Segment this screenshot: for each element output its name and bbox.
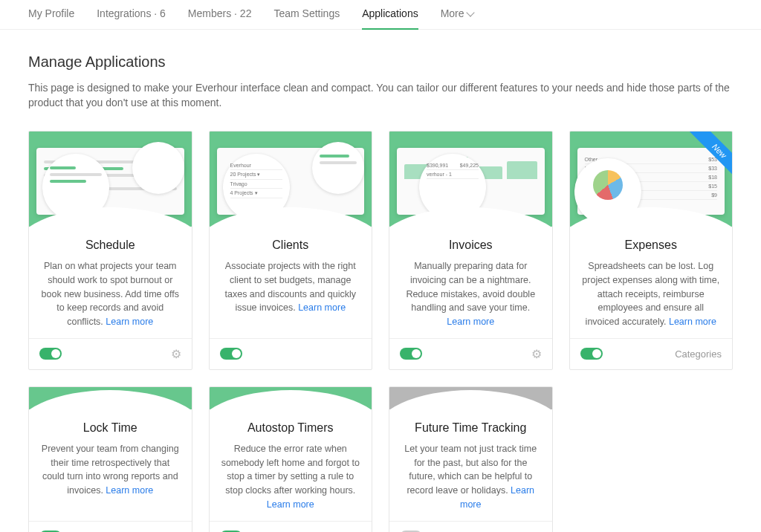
page-title: Manage Applications [28, 53, 733, 71]
card-desc: Plan on what projects your team should w… [41, 259, 180, 329]
card-desc: Associate projects with the right client… [221, 259, 360, 315]
card-desc: Prevent your team from changing their ti… [41, 442, 180, 498]
learn-more-link[interactable]: Learn more [106, 317, 153, 327]
tab-members[interactable]: Members · 22 [188, 0, 252, 28]
preview-circle [42, 154, 109, 221]
preview-circle [132, 142, 184, 194]
card-future-hero [389, 387, 552, 409]
tab-team-settings[interactable]: Team Settings [273, 0, 340, 28]
card-lock-time: Lock Time Prevent your team from changin… [28, 386, 192, 532]
card-body: Lock Time Prevent your team from changin… [29, 409, 192, 521]
tab-integrations[interactable]: Integrations · 6 [97, 0, 166, 28]
card-autostop: Autostop Timers Reduce the error rate wh… [209, 386, 373, 532]
card-desc: Reduce the error rate when somebody left… [221, 442, 360, 512]
card-footer [389, 521, 552, 532]
page-subtitle: This page is designed to make your Everh… [28, 81, 733, 110]
card-title: Future Time Tracking [401, 421, 540, 435]
learn-more-link[interactable]: Learn more [298, 302, 346, 313]
preview-circle: Everhour20 Projects ▾Trivago4 Projects ▾ [223, 154, 290, 221]
learn-more-link[interactable]: Learn more [447, 317, 494, 327]
card-footer: ⚙ [29, 338, 192, 369]
card-invoices-hero: $390,991$49,225verhour - 1 [389, 132, 552, 227]
card-title: Clients [221, 239, 360, 252]
gear-icon[interactable]: ⚙ [171, 347, 181, 361]
card-title: Invoices [401, 239, 540, 252]
card-body: Clients Associate projects with the righ… [210, 227, 372, 338]
card-future-time: Future Time Tracking Let your team not j… [389, 386, 553, 532]
card-clients-hero: Everhour20 Projects ▾Trivago4 Projects ▾ [210, 132, 372, 227]
tab-my-profile[interactable]: My Profile [28, 0, 74, 28]
card-title: Schedule [41, 239, 180, 252]
card-expenses: New Other$53SaaS Services$33Infrastructu… [569, 131, 734, 370]
toggle-schedule[interactable] [39, 348, 62, 360]
card-schedule: Schedule Plan on what projects your team… [28, 131, 192, 370]
card-desc: Manually preparing data for invoicing ca… [401, 259, 540, 329]
card-body: Future Time Tracking Let your team not j… [389, 409, 552, 521]
card-body: Autostop Timers Reduce the error rate wh… [210, 409, 372, 521]
card-invoices: $390,991$49,225verhour - 1 Invoices Manu… [389, 131, 553, 370]
card-title: Autostop Timers [221, 421, 360, 435]
card-title: Expenses [582, 239, 721, 252]
nav-tabs: My Profile Integrations · 6 Members · 22… [0, 0, 761, 30]
toggle-expenses[interactable] [580, 348, 603, 360]
categories-link[interactable]: Categories [675, 348, 722, 360]
card-title: Lock Time [41, 421, 180, 435]
preview-circle: $390,991$49,225verhour - 1 [419, 154, 486, 221]
learn-more-link[interactable]: Learn more [267, 499, 314, 510]
card-footer: Categories [570, 338, 733, 369]
chevron-down-icon [466, 8, 474, 16]
preview-circle [312, 142, 364, 194]
learn-more-link[interactable]: Learn more [669, 317, 716, 327]
card-locktime-hero [29, 387, 192, 409]
card-footer: ⚙ [210, 521, 372, 532]
card-desc: Spreadsheets can be lost. Log project ex… [582, 259, 721, 329]
preview-circle [574, 158, 641, 225]
learn-more-link[interactable]: Learn more [106, 485, 153, 496]
card-body: Invoices Manually preparing data for inv… [389, 227, 552, 338]
content: Manage Applications This page is designe… [0, 30, 761, 532]
app-grid: Schedule Plan on what projects your team… [28, 131, 733, 532]
card-body: Expenses Spreadsheets can be lost. Log p… [570, 227, 733, 338]
card-footer: ⚙ [29, 521, 192, 532]
gear-icon[interactable]: ⚙ [531, 347, 542, 361]
toggle-invoices[interactable] [400, 348, 422, 360]
card-footer: ⚙ [389, 338, 552, 369]
tab-more-label: More [441, 7, 464, 19]
card-body: Schedule Plan on what projects your team… [29, 227, 192, 338]
card-footer [210, 338, 372, 369]
card-clients: Everhour20 Projects ▾Trivago4 Projects ▾… [209, 131, 373, 370]
card-autostop-hero [210, 387, 372, 409]
card-desc: Let your team not just track time for th… [401, 442, 540, 512]
toggle-clients[interactable] [220, 348, 242, 360]
tab-applications[interactable]: Applications [362, 0, 418, 30]
tab-more[interactable]: More [441, 0, 473, 28]
card-schedule-hero [29, 132, 192, 227]
